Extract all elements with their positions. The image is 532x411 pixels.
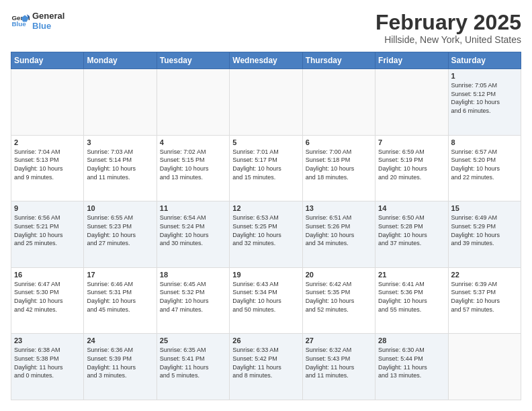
- calendar-cell: 16Sunrise: 6:47 AM Sunset: 5:30 PM Dayli…: [11, 267, 84, 334]
- day-info: Sunrise: 6:41 AM Sunset: 5:36 PM Dayligh…: [378, 280, 445, 314]
- day-number: 6: [306, 138, 372, 146]
- calendar-cell: 7Sunrise: 6:59 AM Sunset: 5:19 PM Daylig…: [375, 135, 448, 201]
- day-number: 4: [160, 138, 226, 146]
- calendar-cell: 27Sunrise: 6:32 AM Sunset: 5:43 PM Dayli…: [302, 334, 375, 400]
- day-number: 25: [160, 336, 226, 345]
- day-info: Sunrise: 7:00 AM Sunset: 5:18 PM Dayligh…: [306, 148, 372, 181]
- calendar-cell: 18Sunrise: 6:45 AM Sunset: 5:32 PM Dayli…: [157, 267, 229, 334]
- calendar-cell: 11Sunrise: 6:54 AM Sunset: 5:24 PM Dayli…: [157, 201, 229, 268]
- day-number: 15: [451, 204, 518, 212]
- logo-text-blue: Blue: [32, 21, 64, 31]
- calendar-cell: 15Sunrise: 6:49 AM Sunset: 5:29 PM Dayli…: [448, 201, 521, 268]
- day-info: Sunrise: 6:46 AM Sunset: 5:31 PM Dayligh…: [87, 280, 153, 314]
- day-number: 27: [306, 336, 372, 345]
- calendar-week-row: 9Sunrise: 6:56 AM Sunset: 5:21 PM Daylig…: [11, 201, 521, 268]
- day-info: Sunrise: 6:32 AM Sunset: 5:43 PM Dayligh…: [306, 346, 372, 379]
- day-info: Sunrise: 6:51 AM Sunset: 5:26 PM Dayligh…: [306, 214, 372, 247]
- header: General Blue General Blue February 2025 …: [11, 11, 521, 45]
- day-info: Sunrise: 6:47 AM Sunset: 5:30 PM Dayligh…: [14, 280, 81, 314]
- title-block: February 2025 Hillside, New York, United…: [375, 11, 521, 45]
- calendar-cell: 3Sunrise: 7:03 AM Sunset: 5:14 PM Daylig…: [84, 135, 157, 201]
- col-tuesday: Tuesday: [157, 52, 229, 69]
- day-number: 16: [14, 271, 81, 279]
- calendar-cell: [11, 69, 84, 136]
- calendar-cell: 1Sunrise: 7:05 AM Sunset: 5:12 PM Daylig…: [448, 69, 521, 136]
- calendar-cell: 6Sunrise: 7:00 AM Sunset: 5:18 PM Daylig…: [302, 135, 375, 201]
- calendar-cell: 20Sunrise: 6:42 AM Sunset: 5:35 PM Dayli…: [302, 267, 375, 334]
- day-info: Sunrise: 6:50 AM Sunset: 5:28 PM Dayligh…: [378, 214, 445, 247]
- calendar-cell: 22Sunrise: 6:39 AM Sunset: 5:37 PM Dayli…: [448, 267, 521, 334]
- day-info: Sunrise: 6:53 AM Sunset: 5:25 PM Dayligh…: [232, 214, 299, 247]
- day-info: Sunrise: 6:38 AM Sunset: 5:38 PM Dayligh…: [14, 346, 81, 379]
- day-info: Sunrise: 6:42 AM Sunset: 5:35 PM Dayligh…: [306, 280, 372, 314]
- day-number: 21: [378, 271, 445, 279]
- calendar-cell: 21Sunrise: 6:41 AM Sunset: 5:36 PM Dayli…: [375, 267, 448, 334]
- day-number: 14: [378, 204, 445, 212]
- calendar-cell: 14Sunrise: 6:50 AM Sunset: 5:28 PM Dayli…: [375, 201, 448, 268]
- day-info: Sunrise: 7:04 AM Sunset: 5:13 PM Dayligh…: [14, 148, 81, 181]
- calendar-week-row: 1Sunrise: 7:05 AM Sunset: 5:12 PM Daylig…: [11, 69, 521, 136]
- calendar-cell: [448, 334, 521, 400]
- day-info: Sunrise: 6:39 AM Sunset: 5:37 PM Dayligh…: [451, 280, 518, 314]
- day-number: 26: [232, 336, 299, 345]
- calendar-header-row: Sunday Monday Tuesday Wednesday Thursday…: [11, 52, 521, 69]
- logo-text-general: General: [32, 11, 64, 21]
- calendar-cell: 28Sunrise: 6:30 AM Sunset: 5:44 PM Dayli…: [375, 334, 448, 400]
- day-number: 17: [87, 271, 153, 279]
- calendar-cell: 24Sunrise: 6:36 AM Sunset: 5:39 PM Dayli…: [84, 334, 157, 400]
- calendar-cell: 4Sunrise: 7:02 AM Sunset: 5:15 PM Daylig…: [157, 135, 229, 201]
- calendar-cell: 19Sunrise: 6:43 AM Sunset: 5:34 PM Dayli…: [230, 267, 302, 334]
- calendar-week-row: 23Sunrise: 6:38 AM Sunset: 5:38 PM Dayli…: [11, 334, 521, 400]
- day-info: Sunrise: 7:03 AM Sunset: 5:14 PM Dayligh…: [87, 148, 153, 181]
- day-info: Sunrise: 6:43 AM Sunset: 5:34 PM Dayligh…: [232, 280, 299, 314]
- col-friday: Friday: [375, 52, 448, 69]
- logo: General Blue General Blue: [11, 11, 64, 31]
- day-info: Sunrise: 7:02 AM Sunset: 5:15 PM Dayligh…: [160, 148, 226, 181]
- day-number: 22: [451, 271, 518, 279]
- day-info: Sunrise: 6:45 AM Sunset: 5:32 PM Dayligh…: [160, 280, 226, 314]
- day-number: 9: [14, 204, 81, 212]
- calendar-cell: 5Sunrise: 7:01 AM Sunset: 5:17 PM Daylig…: [230, 135, 302, 201]
- calendar-cell: 13Sunrise: 6:51 AM Sunset: 5:26 PM Dayli…: [302, 201, 375, 268]
- day-number: 18: [160, 271, 226, 279]
- day-number: 23: [14, 336, 81, 345]
- day-info: Sunrise: 6:33 AM Sunset: 5:42 PM Dayligh…: [232, 346, 299, 379]
- day-number: 13: [306, 204, 372, 212]
- calendar-cell: 2Sunrise: 7:04 AM Sunset: 5:13 PM Daylig…: [11, 135, 84, 201]
- day-number: 2: [14, 138, 81, 146]
- day-info: Sunrise: 6:55 AM Sunset: 5:23 PM Dayligh…: [87, 214, 153, 247]
- day-info: Sunrise: 6:59 AM Sunset: 5:19 PM Dayligh…: [378, 148, 445, 181]
- calendar-cell: 23Sunrise: 6:38 AM Sunset: 5:38 PM Dayli…: [11, 334, 84, 400]
- calendar-cell: 8Sunrise: 6:57 AM Sunset: 5:20 PM Daylig…: [448, 135, 521, 201]
- calendar-cell: 25Sunrise: 6:35 AM Sunset: 5:41 PM Dayli…: [157, 334, 229, 400]
- calendar-week-row: 16Sunrise: 6:47 AM Sunset: 5:30 PM Dayli…: [11, 267, 521, 334]
- col-wednesday: Wednesday: [230, 52, 302, 69]
- day-number: 11: [160, 204, 226, 212]
- day-info: Sunrise: 7:01 AM Sunset: 5:17 PM Dayligh…: [232, 148, 299, 181]
- day-info: Sunrise: 6:49 AM Sunset: 5:29 PM Dayligh…: [451, 214, 518, 247]
- day-number: 20: [306, 271, 372, 279]
- day-number: 19: [232, 271, 299, 279]
- col-saturday: Saturday: [448, 52, 521, 69]
- logo-icon: General Blue: [11, 11, 30, 30]
- calendar-week-row: 2Sunrise: 7:04 AM Sunset: 5:13 PM Daylig…: [11, 135, 521, 201]
- calendar-cell: [157, 69, 229, 136]
- day-info: Sunrise: 6:56 AM Sunset: 5:21 PM Dayligh…: [14, 214, 81, 247]
- calendar-cell: [230, 69, 302, 136]
- day-info: Sunrise: 6:54 AM Sunset: 5:24 PM Dayligh…: [160, 214, 226, 247]
- day-number: 3: [87, 138, 153, 146]
- day-number: 7: [378, 138, 445, 146]
- main-title: February 2025: [375, 11, 521, 34]
- col-thursday: Thursday: [302, 52, 375, 69]
- calendar-cell: [84, 69, 157, 136]
- calendar-table: Sunday Monday Tuesday Wednesday Thursday…: [11, 52, 521, 400]
- day-number: 28: [378, 336, 445, 345]
- page: General Blue General Blue February 2025 …: [0, 0, 532, 411]
- calendar-cell: 9Sunrise: 6:56 AM Sunset: 5:21 PM Daylig…: [11, 201, 84, 268]
- day-info: Sunrise: 7:05 AM Sunset: 5:12 PM Dayligh…: [451, 81, 518, 115]
- calendar-cell: 26Sunrise: 6:33 AM Sunset: 5:42 PM Dayli…: [230, 334, 302, 400]
- day-number: 24: [87, 336, 153, 345]
- day-number: 8: [451, 138, 518, 146]
- col-monday: Monday: [84, 52, 157, 69]
- calendar-cell: [375, 69, 448, 136]
